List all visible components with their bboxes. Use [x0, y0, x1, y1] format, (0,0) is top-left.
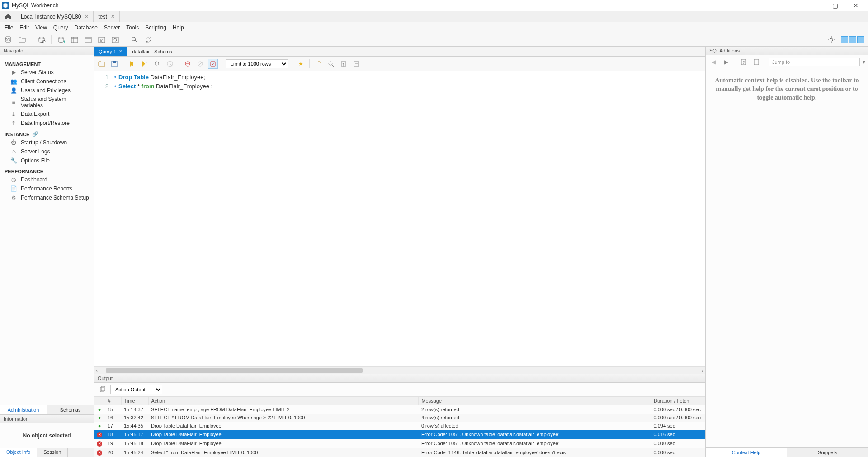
- auto-help-icon[interactable]: [751, 57, 761, 67]
- menu-edit[interactable]: Edit: [19, 24, 29, 31]
- nav-item-users-privileges[interactable]: 👤Users and Privileges: [0, 86, 94, 95]
- nav-tab-administration[interactable]: Administration: [0, 405, 47, 414]
- output-clipboard-icon[interactable]: [98, 385, 108, 395]
- editor-horizontal-scrollbar[interactable]: ‹›: [94, 366, 705, 374]
- stop-icon[interactable]: [165, 59, 175, 69]
- db-inspector-icon[interactable]: i: [37, 35, 47, 45]
- footer-tab-session[interactable]: Session: [37, 448, 68, 457]
- limit-rows-select[interactable]: Limit to 1000 rows: [226, 59, 288, 68]
- nav-item-server-status[interactable]: ▶Server Status: [0, 68, 94, 77]
- output-row[interactable]: ✕2015:45:24Select * from DataFlair_Emplo…: [94, 448, 705, 457]
- power-icon: ⏻: [10, 139, 17, 146]
- svg-point-2: [39, 37, 44, 39]
- close-icon[interactable]: ✕: [119, 49, 123, 54]
- nav-item-data-import[interactable]: ⤒Data Import/Restore: [0, 119, 94, 128]
- svg-text:SQL: SQL: [5, 38, 13, 42]
- menu-file[interactable]: File: [5, 24, 13, 31]
- beautify-icon[interactable]: [313, 59, 323, 69]
- nav-item-startup-shutdown[interactable]: ⏻Startup / Shutdown: [0, 138, 94, 147]
- col-time[interactable]: Time: [121, 397, 148, 405]
- find-icon[interactable]: [326, 59, 336, 69]
- svg-text:+: +: [63, 39, 65, 44]
- editor-tab-dataflair-schema[interactable]: dataflair - Schema: [127, 47, 177, 56]
- nav-item-data-export[interactable]: ⤓Data Export: [0, 109, 94, 119]
- nav-item-server-logs[interactable]: ⚠Server Logs: [0, 147, 94, 156]
- connection-tab-0[interactable]: Local instance MySQL80 ✕: [16, 11, 94, 22]
- code-line[interactable]: 1•Drop Table DataFlair_Employee;: [94, 73, 705, 82]
- ok-icon: ●: [98, 415, 101, 420]
- execute-icon[interactable]: [127, 59, 137, 69]
- settings-gear-icon[interactable]: [826, 35, 836, 45]
- maximize-button[interactable]: ▢: [825, 0, 845, 11]
- prev-icon[interactable]: ◀: [708, 57, 718, 67]
- sqladditions-tabs: Context Help Snippets: [706, 447, 868, 457]
- open-sql-file-icon[interactable]: [17, 35, 27, 45]
- col-duration[interactable]: Duration / Fetch: [651, 397, 705, 405]
- nav-item-options-file[interactable]: 🔧Options File: [0, 156, 94, 165]
- menu-view[interactable]: View: [35, 24, 47, 31]
- output-row[interactable]: ●1515:14:37SELECT name_emp , age FROM Da…: [94, 405, 705, 414]
- output-type-select[interactable]: Action Output: [110, 385, 162, 394]
- close-icon[interactable]: ✕: [85, 14, 89, 19]
- nav-item-dashboard[interactable]: ◷Dashboard: [0, 175, 94, 184]
- sa-tab-context-help[interactable]: Context Help: [706, 448, 787, 457]
- reconnect-icon[interactable]: [143, 35, 153, 45]
- sql-editor[interactable]: 1•Drop Table DataFlair_Employee;2•Select…: [94, 71, 705, 366]
- editor-tab-query1[interactable]: Query 1 ✕: [94, 47, 127, 56]
- save-icon[interactable]: [109, 59, 119, 69]
- next-icon[interactable]: ▶: [721, 57, 731, 67]
- nav-tab-schemas[interactable]: Schemas: [47, 405, 94, 414]
- close-button[interactable]: ✕: [845, 0, 866, 11]
- col-number[interactable]: #: [105, 397, 121, 405]
- sa-tab-snippets[interactable]: Snippets: [787, 448, 868, 457]
- output-row[interactable]: ●1615:32:42SELECT * FROM DataFlair_Emplo…: [94, 414, 705, 422]
- execute-current-icon[interactable]: I: [140, 59, 150, 69]
- left-panel-toggle[interactable]: [841, 36, 848, 43]
- autocommit-toggle-icon[interactable]: [208, 59, 218, 69]
- menu-help[interactable]: Help: [173, 24, 184, 31]
- ok-icon: ●: [98, 423, 101, 428]
- db-create-icon[interactable]: +: [56, 35, 66, 45]
- db-view-icon[interactable]: [83, 35, 93, 45]
- col-action[interactable]: Action: [148, 397, 419, 405]
- nav-item-perf-reports[interactable]: 📄Performance Reports: [0, 184, 94, 193]
- nav-item-perf-schema-setup[interactable]: ⚙Performance Schema Setup: [0, 193, 94, 202]
- rollback-icon[interactable]: [195, 59, 205, 69]
- open-file-icon[interactable]: [97, 59, 107, 69]
- commit-icon[interactable]: [183, 59, 193, 69]
- nav-item-client-connections[interactable]: 👥Client Connections: [0, 77, 94, 86]
- manual-help-icon[interactable]: ?: [739, 57, 749, 67]
- nav-item-status-variables[interactable]: ≡Status and System Variables: [0, 95, 94, 109]
- menu-scripting[interactable]: Scripting: [145, 24, 166, 31]
- favorite-icon[interactable]: ★: [296, 59, 306, 69]
- chevron-down-icon[interactable]: ▾: [863, 59, 865, 65]
- footer-tab-object-info[interactable]: Object Info: [0, 448, 37, 457]
- col-status[interactable]: [94, 397, 105, 405]
- connection-tab-1[interactable]: test ✕: [94, 11, 119, 22]
- wrap-icon[interactable]: [351, 59, 361, 69]
- right-panel-toggle[interactable]: [857, 36, 864, 43]
- bottom-panel-toggle[interactable]: [849, 36, 856, 43]
- close-icon[interactable]: ✕: [111, 14, 115, 19]
- search-table-icon[interactable]: [130, 35, 140, 45]
- svg-text:?: ?: [742, 60, 745, 65]
- output-row[interactable]: ●1715:44:35Drop Table DataFlair_Employee…: [94, 422, 705, 430]
- home-tab[interactable]: [0, 11, 16, 22]
- menu-database[interactable]: Database: [75, 24, 98, 31]
- invisible-chars-icon[interactable]: ¶: [339, 59, 349, 69]
- db-table-icon[interactable]: [70, 35, 80, 45]
- svg-text:f(): f(): [100, 39, 104, 43]
- menu-query[interactable]: Query: [53, 24, 68, 31]
- menu-server[interactable]: Server: [104, 24, 120, 31]
- jump-to-input[interactable]: [769, 58, 860, 66]
- output-row[interactable]: ✕1815:45:17Drop Table DataFlair_Employee…: [94, 430, 705, 439]
- col-message[interactable]: Message: [419, 397, 651, 405]
- output-row[interactable]: ✕1915:45:18Drop Table DataFlair_Employee…: [94, 439, 705, 448]
- minimize-button[interactable]: —: [804, 0, 825, 11]
- db-proc-icon[interactable]: f(): [97, 35, 107, 45]
- explain-icon[interactable]: [152, 59, 162, 69]
- code-line[interactable]: 2•Select * from DataFlair_Employee ;: [94, 82, 705, 91]
- new-sql-tab-icon[interactable]: SQL: [4, 35, 14, 45]
- menu-tools[interactable]: Tools: [126, 24, 139, 31]
- db-func-icon[interactable]: [110, 35, 120, 45]
